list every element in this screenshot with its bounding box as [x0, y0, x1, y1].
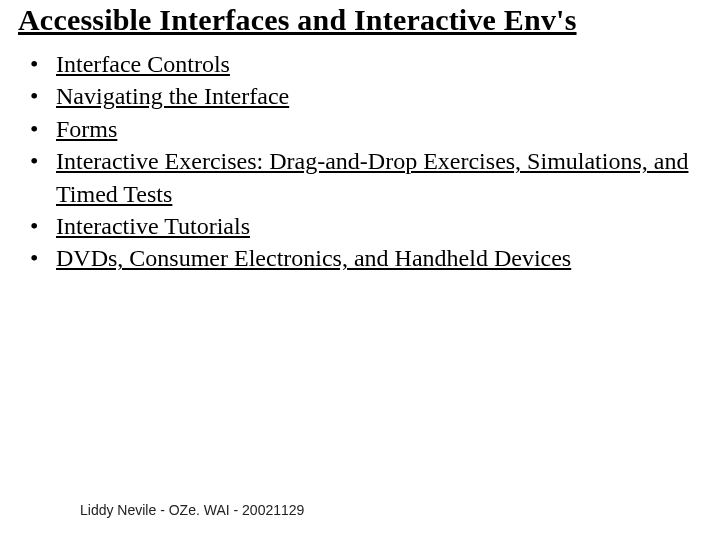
link-interactive-exercises[interactable]: Interactive Exercises: Drag-and-Drop Exe…: [56, 148, 688, 206]
link-interface-controls[interactable]: Interface Controls: [56, 51, 230, 77]
list-item: Navigating the Interface: [26, 80, 702, 112]
slide-footer: Liddy Nevile - OZe. WAI - 20021129: [80, 502, 304, 518]
slide-title: Accessible Interfaces and Interactive En…: [18, 2, 702, 38]
list-item: Interactive Tutorials: [26, 210, 702, 242]
slide: Accessible Interfaces and Interactive En…: [0, 2, 720, 540]
link-interactive-tutorials[interactable]: Interactive Tutorials: [56, 213, 250, 239]
list-item: DVDs, Consumer Electronics, and Handheld…: [26, 242, 702, 274]
list-item: Interface Controls: [26, 48, 702, 80]
link-forms[interactable]: Forms: [56, 116, 117, 142]
link-navigating-interface[interactable]: Navigating the Interface: [56, 83, 289, 109]
link-dvds-electronics[interactable]: DVDs, Consumer Electronics, and Handheld…: [56, 245, 571, 271]
list-item: Forms: [26, 113, 702, 145]
list-item: Interactive Exercises: Drag-and-Drop Exe…: [26, 145, 702, 210]
bullet-list: Interface Controls Navigating the Interf…: [26, 48, 702, 275]
